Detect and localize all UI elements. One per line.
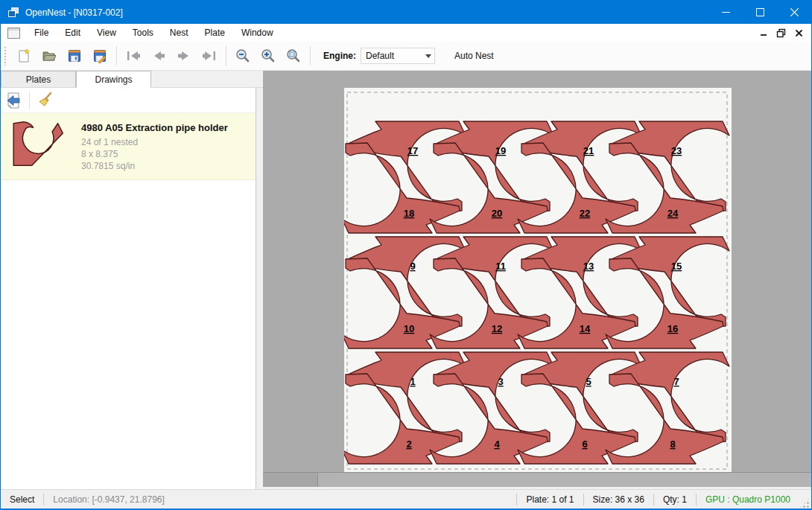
app-window: OpenNest - [N0317-002] FileEditViewTools… bbox=[0, 0, 812, 510]
previous-plate-button[interactable] bbox=[146, 45, 171, 67]
scrollbar-thumb[interactable] bbox=[263, 473, 318, 487]
mdi-document-icon bbox=[7, 28, 20, 39]
part-number-6: 6 bbox=[582, 439, 587, 450]
toolbar-separator bbox=[310, 46, 311, 66]
go-first-icon bbox=[125, 49, 142, 63]
status-size: Size: 36 x 36 bbox=[584, 494, 653, 505]
tab-plates[interactable]: Plates bbox=[1, 71, 76, 88]
nest-view: 171819202122232491011121314151612345678 bbox=[263, 71, 811, 489]
status-qty: Qty: 1 bbox=[654, 494, 696, 505]
part-number-21: 21 bbox=[583, 145, 594, 156]
drawing-dimensions: 8 x 8.375 bbox=[81, 148, 228, 160]
zoom-out-button[interactable] bbox=[230, 45, 256, 67]
part-number-3: 3 bbox=[498, 376, 503, 387]
part-number-18: 18 bbox=[404, 208, 414, 219]
title-bar: OpenNest - [N0317-002] bbox=[1, 1, 811, 24]
tab-drawings[interactable]: Drawings bbox=[76, 71, 151, 88]
status-bar: Select Location: [-0.9437, 21.8796] Plat… bbox=[1, 489, 811, 509]
part-number-10: 10 bbox=[404, 323, 414, 334]
mdi-close-button[interactable] bbox=[793, 27, 805, 39]
chevron-down-icon bbox=[422, 48, 434, 63]
drawing-area: 30.7815 sq/in bbox=[81, 160, 228, 172]
menu-item-window[interactable]: Window bbox=[233, 25, 282, 41]
part-number-8: 8 bbox=[670, 439, 675, 450]
part-number-23: 23 bbox=[671, 145, 682, 156]
minimize-icon bbox=[722, 8, 730, 16]
mdi-restore-button[interactable] bbox=[775, 27, 787, 39]
menu-item-nest[interactable]: Nest bbox=[162, 25, 197, 41]
resize-grip-icon[interactable] bbox=[799, 498, 810, 509]
nest-canvas[interactable]: 171819202122232491011121314151612345678 bbox=[263, 71, 811, 489]
part-number-12: 12 bbox=[492, 323, 502, 334]
engine-label: Engine: bbox=[323, 51, 356, 61]
save-icon bbox=[67, 48, 82, 63]
drawing-item-text: 4980 A05 Extraction pipe holder 24 of 1 … bbox=[72, 120, 228, 172]
menu-bar: FileEditViewToolsNestPlateWindow bbox=[1, 24, 811, 42]
remove-drawing-button[interactable] bbox=[1, 89, 26, 112]
toolbar-separator bbox=[116, 46, 117, 66]
part-number-14: 14 bbox=[580, 323, 591, 334]
minimize-button[interactable] bbox=[708, 1, 743, 24]
toolbar-separator bbox=[226, 46, 226, 66]
maximize-button[interactable] bbox=[743, 1, 777, 24]
part-number-2: 2 bbox=[406, 439, 411, 450]
drawing-nested-count: 24 of 1 nested bbox=[81, 136, 228, 148]
clear-drawings-button[interactable] bbox=[33, 89, 58, 112]
go-next-icon bbox=[176, 49, 192, 63]
engine-value: Default bbox=[361, 51, 422, 61]
part-number-22: 22 bbox=[580, 208, 590, 219]
new-button[interactable] bbox=[11, 45, 37, 67]
zoom-out-icon bbox=[235, 48, 250, 63]
menu-item-view[interactable]: View bbox=[89, 25, 124, 41]
close-button[interactable] bbox=[777, 1, 811, 24]
drawings-pane: 4980 A05 Extraction pipe holder 24 of 1 … bbox=[1, 88, 256, 489]
menu-item-plate[interactable]: Plate bbox=[197, 25, 233, 41]
broom-icon bbox=[37, 92, 54, 109]
new-file-icon bbox=[16, 48, 31, 63]
zoom-fit-button[interactable] bbox=[281, 45, 306, 67]
app-icon bbox=[7, 7, 19, 19]
status-location: Location: [-0.9437, 21.8796] bbox=[44, 494, 173, 505]
horizontal-scrollbar[interactable] bbox=[263, 472, 811, 487]
status-gpu: GPU : Quadro P1000 bbox=[697, 494, 799, 505]
last-plate-button[interactable] bbox=[197, 45, 222, 67]
mdi-restore-icon bbox=[776, 28, 786, 38]
mdi-window-controls bbox=[757, 27, 811, 39]
zoom-in-button[interactable] bbox=[256, 45, 281, 67]
save-as-button[interactable] bbox=[87, 45, 112, 67]
save-as-icon bbox=[92, 48, 107, 63]
first-plate-button[interactable] bbox=[121, 45, 146, 67]
toolbar-separator bbox=[29, 92, 30, 109]
save-button[interactable] bbox=[62, 45, 87, 67]
close-icon bbox=[790, 8, 799, 16]
next-plate-button[interactable] bbox=[171, 45, 197, 67]
open-button[interactable] bbox=[37, 45, 62, 67]
drawing-list-item[interactable]: 4980 A05 Extraction pipe holder 24 of 1 … bbox=[1, 113, 256, 180]
part-number-11: 11 bbox=[495, 261, 506, 272]
part-number-1: 1 bbox=[410, 376, 415, 387]
part-number-15: 15 bbox=[671, 261, 682, 272]
part-number-20: 20 bbox=[492, 208, 502, 219]
part-number-7: 7 bbox=[673, 376, 679, 387]
main-toolbar: Engine: Default Auto Nest bbox=[1, 42, 811, 71]
part-number-4: 4 bbox=[494, 439, 500, 450]
menu-item-tools[interactable]: Tools bbox=[124, 25, 162, 41]
part-number-16: 16 bbox=[667, 323, 678, 334]
toolbar-grip[interactable] bbox=[4, 46, 7, 66]
auto-nest-button[interactable]: Auto Nest bbox=[448, 47, 500, 65]
window-title: OpenNest - [N0317-002] bbox=[25, 7, 123, 18]
status-mode: Select bbox=[1, 494, 43, 505]
menu-item-edit[interactable]: Edit bbox=[57, 25, 89, 41]
part-number-17: 17 bbox=[407, 145, 418, 156]
mdi-minimize-icon bbox=[759, 28, 768, 37]
main-area: PlatesDrawings bbox=[1, 71, 811, 489]
mdi-close-icon bbox=[795, 29, 803, 37]
sidebar-tabs: PlatesDrawings bbox=[1, 71, 263, 88]
mdi-minimize-button[interactable] bbox=[757, 27, 770, 39]
zoom-in-icon bbox=[261, 48, 276, 63]
menu-item-file[interactable]: File bbox=[26, 25, 57, 41]
part-thumbnail bbox=[10, 120, 72, 169]
zoom-fit-icon bbox=[286, 48, 301, 63]
engine-select[interactable]: Default bbox=[361, 48, 435, 64]
drawing-title: 4980 A05 Extraction pipe holder bbox=[81, 122, 228, 133]
